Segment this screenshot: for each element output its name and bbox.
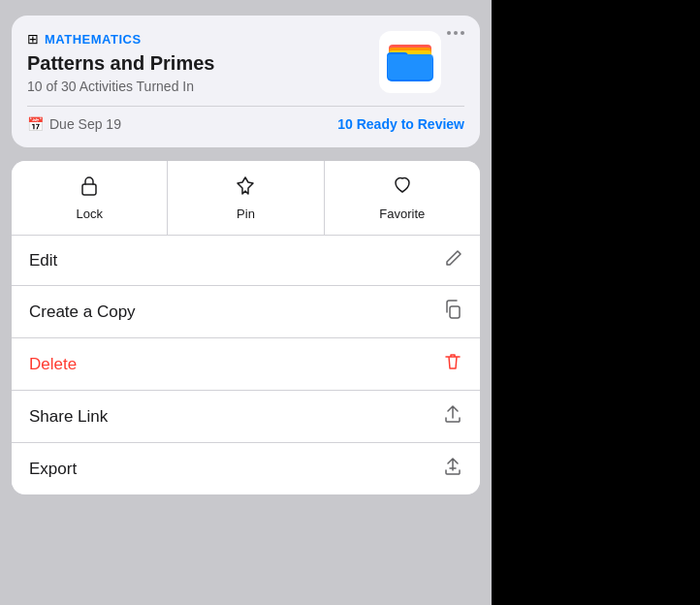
- export-menu-item[interactable]: Export: [12, 443, 480, 494]
- more-options-button[interactable]: [447, 31, 464, 35]
- folder-icon-container: [379, 31, 441, 93]
- assignment-card: ⊞ MATHEMATICS: [12, 16, 480, 147]
- due-date-label: Due Sep 19: [49, 116, 121, 132]
- favorite-label: Favorite: [379, 207, 425, 221]
- folder-icon: [379, 31, 441, 93]
- ready-to-review-label[interactable]: 10 Ready to Review: [337, 116, 464, 132]
- share-link-menu-item[interactable]: Share Link: [12, 391, 480, 443]
- calendar-icon: 📅: [27, 116, 44, 132]
- create-copy-menu-item[interactable]: Create a Copy: [12, 286, 480, 338]
- main-content: ⊞ MATHEMATICS: [0, 0, 492, 605]
- lock-label: Lock: [76, 207, 102, 221]
- share-link-icon: [443, 404, 462, 429]
- heart-icon: [392, 175, 413, 201]
- trash-icon: [443, 352, 462, 376]
- due-date: 📅 Due Sep 19: [27, 116, 121, 132]
- copy-icon: [443, 300, 462, 324]
- black-panel: [492, 0, 700, 605]
- pin-label: Pin: [237, 207, 255, 221]
- action-row: Lock Pin Favorite: [12, 161, 480, 236]
- pin-action[interactable]: Pin: [168, 161, 324, 235]
- delete-label: Delete: [29, 355, 77, 374]
- edit-label: Edit: [29, 251, 57, 271]
- edit-icon: [445, 249, 462, 271]
- lock-icon: [79, 175, 100, 201]
- delete-menu-item[interactable]: Delete: [12, 338, 480, 391]
- favorite-action[interactable]: Favorite: [325, 161, 480, 235]
- svg-rect-8: [388, 54, 432, 80]
- subject-label: MATHEMATICS: [45, 32, 142, 47]
- edit-menu-item[interactable]: Edit: [12, 236, 480, 286]
- export-icon: [443, 457, 462, 481]
- card-footer: 📅 Due Sep 19 10 Ready to Review: [27, 106, 464, 132]
- pin-icon: [235, 175, 256, 201]
- svg-rect-9: [82, 184, 96, 195]
- svg-rect-10: [450, 306, 460, 318]
- export-label: Export: [29, 460, 77, 479]
- create-copy-label: Create a Copy: [29, 302, 136, 322]
- subject-icon: ⊞: [27, 31, 39, 47]
- share-link-label: Share Link: [29, 407, 108, 427]
- lock-action[interactable]: Lock: [12, 161, 168, 235]
- context-menu: Lock Pin Favorite: [12, 161, 480, 494]
